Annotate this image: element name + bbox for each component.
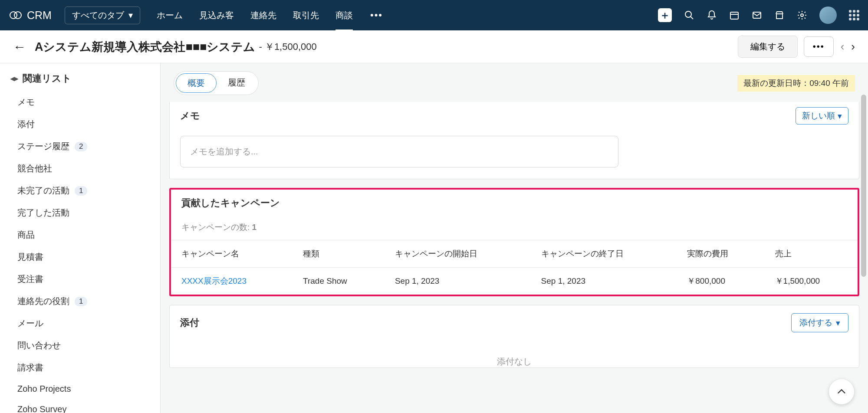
chevron-down-icon: ▾	[836, 318, 840, 328]
attachments-title: 添付	[180, 316, 199, 329]
table-header: 売上	[765, 240, 858, 268]
chevron-down-icon: ▾	[128, 10, 133, 20]
attach-button[interactable]: 添付する ▾	[791, 313, 848, 332]
scroll-to-top-button[interactable]	[829, 379, 854, 404]
table-header: キャンペーン名	[171, 240, 293, 268]
svg-rect-7	[776, 14, 783, 19]
sidebar-item[interactable]: 競合他社	[0, 157, 160, 180]
table-header: 実際の費用	[677, 240, 764, 268]
sidebar-item[interactable]: 未完了の活動1	[0, 180, 160, 202]
chevron-down-icon: ▾	[838, 111, 842, 121]
record-header: ← Aシステム新規導入株式会社■■■システム - ￥1,500,000 編集する…	[0, 30, 868, 63]
create-record-button[interactable]: ＋	[658, 8, 672, 22]
app-name: CRM	[27, 9, 52, 22]
table-header: キャンペーンの開始日	[385, 240, 531, 268]
attachments-section: 添付 添付する ▾ 添付なし	[169, 305, 859, 368]
sidebar-item[interactable]: 添付	[0, 113, 160, 135]
sidebar-item[interactable]: 請求書	[0, 357, 160, 379]
count-badge: 1	[75, 186, 87, 196]
table-header: 種類	[293, 240, 385, 268]
all-tabs-dropdown[interactable]: すべてのタブ ▾	[65, 7, 140, 24]
nav-tab-leads[interactable]: 見込み客	[199, 0, 234, 31]
detail-content: 概要 履歴 最新の更新日時：09:40 午前 メモ 新しい順 ▾ メモを追加する…	[161, 63, 868, 413]
next-record-chevron[interactable]: ›	[851, 40, 855, 53]
count-badge: 1	[75, 297, 87, 306]
nav-tab-accounts[interactable]: 取引先	[293, 0, 319, 31]
prev-record-chevron[interactable]: ‹	[841, 40, 845, 53]
apps-grid-icon[interactable]	[849, 10, 859, 20]
last-updated-label: 最新の更新日時：09:40 午前	[737, 75, 855, 92]
nav-utility-icons: ＋	[658, 7, 859, 24]
campaigns-count: キャンペーンの数: 1	[171, 210, 858, 240]
sidebar-item[interactable]: 連絡先の役割1	[0, 290, 160, 312]
svg-point-2	[685, 11, 691, 17]
sidebar-item[interactable]: Zoho Survey	[0, 399, 160, 413]
sidebar-item[interactable]: Zoho Projects	[0, 379, 160, 399]
svg-point-8	[801, 14, 803, 16]
back-arrow-icon[interactable]: ←	[13, 39, 26, 54]
campaigns-title: 貢献したキャンペーン	[181, 197, 280, 208]
tab-overview[interactable]: 概要	[176, 73, 217, 93]
campaigns-section-highlighted: 貢献したキャンペーン キャンペーンの数: 1 キャンペーン名種類キャンペーンの開…	[169, 188, 859, 296]
record-title: Aシステム新規導入株式会社■■■システム	[35, 39, 255, 55]
view-toggle: 概要 履歴	[174, 71, 259, 95]
related-list-sidebar: ◂▸ 関連リスト メモ添付ステージ履歴2競合他社未完了の活動1完了した活動商品見…	[0, 63, 161, 413]
attachments-empty-label: 添付なし	[170, 340, 859, 367]
memo-sort-dropdown[interactable]: 新しい順 ▾	[796, 107, 848, 125]
sidebar-collapse-icon[interactable]: ◂▸	[10, 74, 18, 83]
chevron-up-icon	[835, 386, 848, 398]
record-more-button[interactable]: •••	[804, 36, 834, 57]
sidebar-item[interactable]: 商品	[0, 224, 160, 246]
campaigns-table: キャンペーン名種類キャンペーンの開始日キャンペーンの終了日実際の費用売上 XXX…	[171, 240, 858, 295]
top-nav: CRM すべてのタブ ▾ ホーム 見込み客 連絡先 取引先 商談 ••• ＋	[0, 0, 868, 30]
mail-icon[interactable]	[752, 10, 762, 20]
campaign-link[interactable]: XXXX展示会2023	[181, 276, 247, 285]
tab-history[interactable]: 履歴	[217, 73, 256, 93]
app-logo[interactable]: CRM	[9, 8, 52, 22]
svg-line-3	[690, 16, 693, 19]
sidebar-header: ◂▸ 関連リスト	[0, 72, 160, 91]
sidebar-item[interactable]: メール	[0, 312, 160, 334]
memo-title: メモ	[180, 109, 200, 122]
all-tabs-label: すべてのタブ	[72, 10, 124, 21]
memo-input[interactable]: メモを追加する...	[180, 136, 618, 167]
table-header: キャンペーンの終了日	[531, 240, 677, 268]
user-avatar[interactable]	[819, 7, 837, 24]
sidebar-item[interactable]: 見積書	[0, 246, 160, 268]
sidebar-item[interactable]: メモ	[0, 91, 160, 113]
calendar-icon[interactable]	[729, 10, 740, 20]
nav-more-tabs[interactable]: •••	[370, 10, 383, 21]
record-amount: - ￥1,500,000	[259, 40, 316, 53]
count-badge: 2	[75, 142, 87, 151]
settings-gear-icon[interactable]	[797, 10, 807, 20]
sidebar-title: 関連リスト	[23, 72, 72, 85]
content-scrollbar[interactable]	[859, 89, 867, 315]
zoho-crm-icon	[9, 8, 23, 22]
memo-section: メモ 新しい順 ▾ メモを追加する...	[169, 102, 859, 179]
nav-tab-home[interactable]: ホーム	[157, 0, 183, 31]
sidebar-item[interactable]: ステージ履歴2	[0, 135, 160, 157]
search-icon[interactable]	[684, 10, 694, 20]
sidebar-item[interactable]: 完了した活動	[0, 202, 160, 224]
sidebar-item[interactable]: 問い合わせ	[0, 334, 160, 357]
svg-point-1	[14, 12, 21, 19]
edit-button[interactable]: 編集する	[738, 36, 798, 58]
sidebar-item[interactable]: 受注書	[0, 268, 160, 290]
bell-icon[interactable]	[707, 10, 717, 20]
marketplace-icon[interactable]	[774, 10, 785, 20]
nav-tab-contacts[interactable]: 連絡先	[250, 0, 276, 31]
nav-tab-deals[interactable]: 商談	[335, 0, 353, 31]
svg-rect-4	[730, 12, 738, 19]
table-row: XXXX展示会2023Trade ShowSep 1, 2023Sep 1, 2…	[171, 268, 858, 295]
